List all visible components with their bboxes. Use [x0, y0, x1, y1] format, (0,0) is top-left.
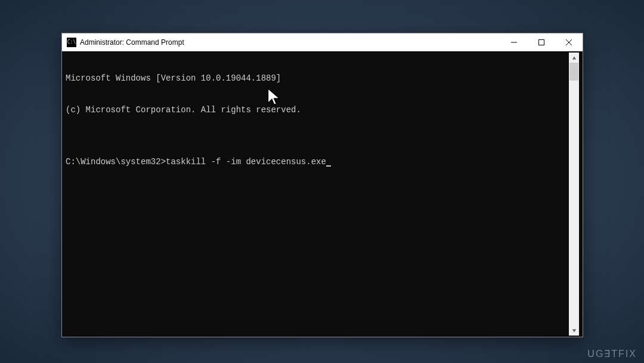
svg-marker-5 [572, 329, 575, 332]
terminal-prompt-line: C:\Windows\system32>taskkill -f -im devi… [66, 157, 569, 168]
svg-marker-4 [572, 56, 575, 59]
vertical-scrollbar[interactable] [569, 53, 579, 336]
cmd-icon: C:\ [67, 38, 76, 47]
titlebar[interactable]: C:\ Administrator: Command Prompt [62, 33, 583, 51]
terminal-prompt: C:\Windows\system32> [66, 157, 166, 167]
terminal-line-copyright: (c) Microsoft Corporation. All rights re… [66, 105, 569, 116]
watermark: UG∃TFIX [587, 348, 637, 359]
terminal-cursor [326, 158, 331, 167]
terminal-body[interactable]: Microsoft Windows [Version 10.0.19044.18… [62, 51, 583, 337]
window-title: Administrator: Command Prompt [80, 38, 500, 47]
command-prompt-window: C:\ Administrator: Command Prompt Micros… [61, 33, 583, 337]
scrollbar-thumb[interactable] [569, 63, 578, 81]
terminal-content: Microsoft Windows [Version 10.0.19044.18… [66, 53, 569, 336]
svg-rect-1 [539, 39, 544, 45]
close-button[interactable] [555, 33, 583, 51]
maximize-button[interactable] [528, 33, 555, 51]
window-controls [500, 33, 583, 51]
scrollbar-up-button[interactable] [569, 53, 579, 63]
terminal-command: taskkill -f -im devicecensus.exe [166, 157, 326, 167]
minimize-button[interactable] [500, 33, 528, 51]
terminal-line-version: Microsoft Windows [Version 10.0.19044.18… [66, 73, 569, 84]
scrollbar-down-button[interactable] [569, 325, 579, 336]
scrollbar-track[interactable] [569, 63, 579, 325]
